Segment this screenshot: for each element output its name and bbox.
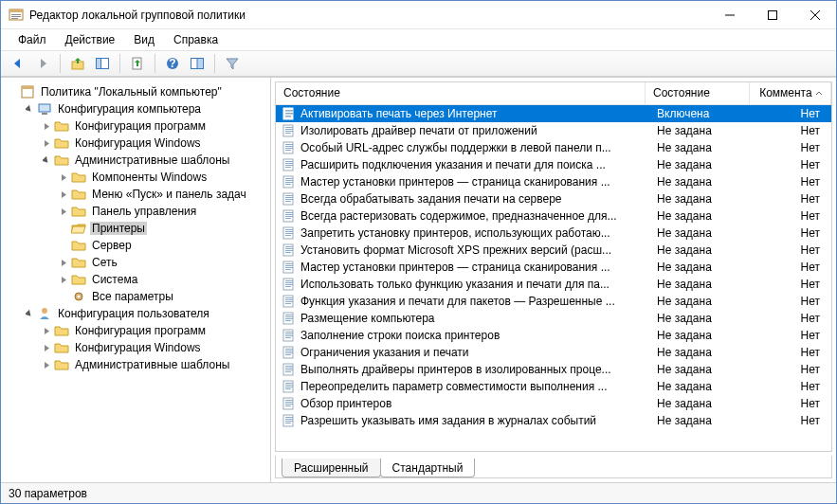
menu-help[interactable]: Справка <box>166 31 226 48</box>
policy-icon <box>282 174 297 189</box>
policy-row[interactable]: Выполнять драйверы принтеров в изолирова… <box>276 361 831 378</box>
status-text: 30 параметров <box>9 487 87 500</box>
policy-row[interactable]: Установить формат Microsoft XPS прежних … <box>276 242 831 259</box>
policy-comment: Нет <box>754 329 831 342</box>
expander-icon[interactable] <box>41 120 52 132</box>
expander-open-icon[interactable] <box>24 308 35 319</box>
policy-row[interactable]: Заполнение строки поиска принтеровНе зад… <box>276 327 831 344</box>
properties-button[interactable] <box>186 52 209 75</box>
tree-root[interactable]: Политика "Локальный компьютер" <box>7 83 266 100</box>
policy-row[interactable]: Расширить подключения указания и печати … <box>276 156 831 173</box>
policy-row[interactable]: Разрешить указывать имя задания в журнал… <box>276 412 831 429</box>
tree-adm-control[interactable]: Панель управления <box>58 203 266 220</box>
expander-icon[interactable] <box>58 274 69 285</box>
policy-comment: Нет <box>754 226 831 240</box>
expander-icon[interactable] <box>58 206 69 217</box>
policy-comment: Нет <box>754 312 831 325</box>
policy-row[interactable]: Мастер установки принтеров — страница ск… <box>276 173 831 190</box>
expander-icon[interactable] <box>7 86 18 98</box>
policy-row[interactable]: Использовать только функцию указания и п… <box>276 276 831 293</box>
tree-user-software[interactable]: Конфигурация программ <box>41 322 266 339</box>
menu-action[interactable]: Действие <box>58 31 123 48</box>
menu-file[interactable]: Файл <box>10 31 54 48</box>
svg-rect-73 <box>285 284 293 285</box>
tree-computer-config[interactable]: Конфигурация компьютера <box>24 100 266 117</box>
policy-name: Установить формат Microsoft XPS прежних … <box>300 243 649 257</box>
tree-user-windows[interactable]: Конфигурация Windows <box>41 339 266 356</box>
expander-open-icon[interactable] <box>41 154 52 166</box>
tab-extended[interactable]: Расширенный <box>282 459 381 477</box>
svg-rect-41 <box>285 178 293 179</box>
forward-button[interactable] <box>31 52 54 75</box>
policy-name: Особый URL-адрес службы поддержки в лево… <box>300 141 649 154</box>
expander-icon[interactable] <box>58 257 69 268</box>
column-header-state[interactable]: Состояние <box>646 82 750 104</box>
menu-view[interactable]: Вид <box>126 31 162 48</box>
expander-icon[interactable] <box>58 171 69 183</box>
tree-pane[interactable]: Политика "Локальный компьютер" Конфигура… <box>1 78 271 482</box>
tree-user-config[interactable]: Конфигурация пользователя <box>24 305 266 322</box>
svg-point-20 <box>42 308 47 314</box>
policy-row[interactable]: Ограничения указания и печатиНе заданаНе… <box>276 344 831 361</box>
policy-row[interactable]: Всегда обрабатывать задания печати на се… <box>276 190 831 207</box>
tab-standard[interactable]: Стандартный <box>380 459 476 477</box>
policy-name: Заполнение строки поиска принтеров <box>300 329 649 342</box>
tree-comp-windows[interactable]: Конфигурация Windows <box>41 135 266 152</box>
tree-adm-server[interactable]: Сервер <box>58 237 266 254</box>
policy-row[interactable]: Всегда растеризовать содержимое, предназ… <box>276 207 831 225</box>
policy-row[interactable]: Функция указания и печати для пакетов — … <box>276 293 831 310</box>
svg-rect-96 <box>285 366 293 367</box>
expander-icon[interactable] <box>41 359 52 370</box>
column-header-name[interactable]: Состояние <box>276 82 646 104</box>
tree-adm-all[interactable]: Все параметры <box>58 288 266 305</box>
svg-rect-26 <box>285 127 293 128</box>
svg-rect-99 <box>285 371 291 372</box>
policy-state: Не задана <box>649 312 754 325</box>
expander-open-icon[interactable] <box>24 103 35 115</box>
minimize-button[interactable] <box>708 1 751 28</box>
export-button[interactable] <box>126 52 149 75</box>
tree-adm-printers[interactable]: Принтеры <box>58 220 266 237</box>
up-button[interactable] <box>66 52 89 75</box>
folder-open-icon <box>54 153 69 168</box>
back-button[interactable] <box>7 52 29 75</box>
policy-state: Не задана <box>649 209 754 223</box>
tree-adm-network[interactable]: Сеть <box>58 254 266 271</box>
tree-comp-adm[interactable]: Административные шаблоны <box>41 152 266 169</box>
svg-rect-61 <box>285 246 293 247</box>
policy-icon <box>282 362 297 377</box>
close-button[interactable] <box>793 1 836 28</box>
folder-icon <box>54 340 69 355</box>
policy-row[interactable]: Изолировать драйвер печати от приложений… <box>276 122 831 139</box>
help-button[interactable]: ? <box>161 52 184 75</box>
expander-icon[interactable] <box>41 342 52 353</box>
svg-rect-82 <box>285 316 293 317</box>
expander-icon[interactable] <box>41 137 52 149</box>
column-header-comment[interactable]: Коммента <box>750 82 831 104</box>
policy-row[interactable]: Размещение компьютераНе заданаНет <box>276 310 831 327</box>
policy-row[interactable]: Мастер установки принтеров — страница ск… <box>276 259 831 276</box>
svg-rect-97 <box>285 368 293 369</box>
svg-rect-17 <box>42 113 47 115</box>
tree-adm-system[interactable]: Система <box>58 271 266 288</box>
policy-row[interactable]: Активировать печать через ИнтернетВключе… <box>276 105 831 122</box>
policy-row[interactable]: Запретить установку принтеров, использую… <box>276 225 831 242</box>
svg-rect-58 <box>285 233 293 234</box>
policy-row[interactable]: Особый URL-адрес службы поддержки в лево… <box>276 139 831 156</box>
tree-comp-software[interactable]: Конфигурация программ <box>41 117 266 135</box>
svg-rect-72 <box>285 282 293 283</box>
svg-rect-16 <box>39 104 50 112</box>
policy-row[interactable]: Обзор принтеровНе заданаНет <box>276 395 831 412</box>
show-hide-tree-button[interactable] <box>91 52 114 75</box>
svg-rect-49 <box>285 201 291 202</box>
filter-button[interactable] <box>221 52 244 75</box>
tree-adm-startmenu[interactable]: Меню «Пуск» и панель задач <box>58 186 266 203</box>
tree-adm-components[interactable]: Компоненты Windows <box>58 169 266 186</box>
policy-list[interactable]: Активировать печать через ИнтернетВключе… <box>276 105 831 451</box>
expander-icon[interactable] <box>41 325 52 336</box>
maximize-button[interactable] <box>751 1 793 28</box>
expander-icon[interactable] <box>58 189 69 200</box>
policy-row[interactable]: Переопределить параметр совместимости вы… <box>276 378 831 395</box>
app-icon <box>9 8 24 23</box>
tree-user-adm[interactable]: Административные шаблоны <box>41 356 266 373</box>
